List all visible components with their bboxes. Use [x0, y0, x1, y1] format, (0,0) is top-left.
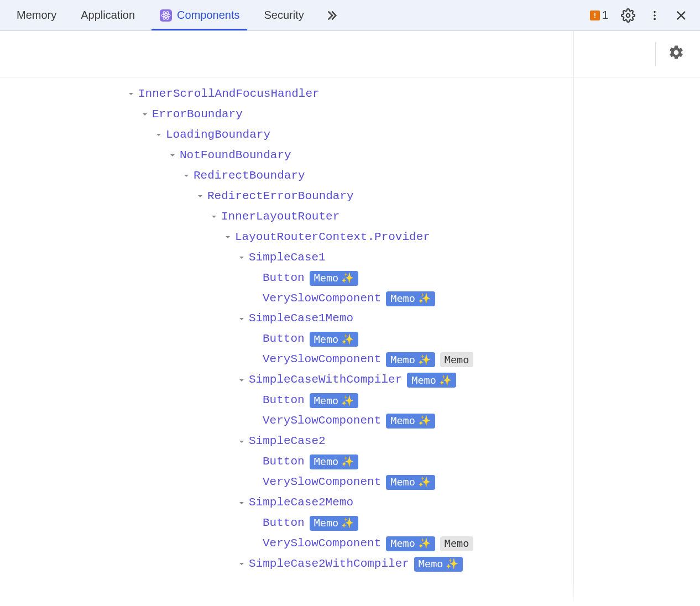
tab-memory[interactable]: Memory	[4, 0, 69, 30]
chevron-down-icon[interactable]	[237, 378, 247, 383]
close-devtools-button[interactable]	[670, 4, 692, 27]
memo-compiler-badge: Memo✨	[310, 271, 359, 286]
chevron-down-icon[interactable]	[223, 234, 233, 240]
chevron-down-icon[interactable]	[237, 316, 247, 322]
component-name: LoadingBoundary	[166, 125, 270, 145]
tree-node[interactable]: VerySlowComponentMemo✨	[0, 289, 700, 309]
tree-node[interactable]: RedirectErrorBoundary	[0, 186, 700, 207]
sparkle-icon: ✨	[341, 453, 354, 471]
chevron-down-icon[interactable]	[195, 194, 205, 199]
component-name: ErrorBoundary	[152, 105, 243, 125]
kebab-icon	[649, 9, 661, 22]
tree-node[interactable]: VerySlowComponentMemo✨Memo	[0, 534, 700, 554]
tree-node[interactable]: VerySlowComponentMemo✨Memo	[0, 349, 700, 370]
chevron-down-icon[interactable]	[168, 153, 177, 158]
component-tree[interactable]: InnerScrollAndFocusHandlerErrorBoundaryL…	[0, 77, 700, 574]
tree-node[interactable]: SimpleCase2WithCompilerMemo✨	[0, 554, 700, 574]
svg-point-6	[654, 11, 656, 13]
chevron-down-icon[interactable]	[237, 255, 247, 260]
tab-label: Application	[81, 9, 135, 22]
chevron-down-icon[interactable]	[237, 561, 247, 567]
tree-node[interactable]: ButtonMemo✨	[0, 452, 700, 472]
memo-badge: Memo	[440, 352, 474, 367]
gear-icon	[668, 44, 685, 61]
sparkle-icon: ✨	[341, 331, 354, 349]
tab-label: Memory	[17, 9, 56, 22]
tree-node[interactable]: NotFoundBoundary	[0, 145, 700, 166]
sparkle-icon: ✨	[418, 290, 431, 308]
component-name: RedirectErrorBoundary	[207, 186, 354, 207]
tab-security[interactable]: Security	[252, 0, 316, 30]
gear-icon	[621, 8, 635, 23]
sparkle-icon: ✨	[446, 555, 458, 573]
memo-compiler-badge: Memo✨	[310, 516, 359, 531]
chevron-down-icon[interactable]	[140, 112, 150, 117]
react-icon	[159, 9, 173, 22]
components-settings-button[interactable]	[668, 44, 685, 64]
component-name: NotFoundBoundary	[180, 145, 291, 166]
component-name: Button	[263, 452, 305, 472]
tree-node[interactable]: LoadingBoundary	[0, 125, 700, 145]
tree-node[interactable]: ErrorBoundary	[0, 105, 700, 125]
svg-point-7	[654, 14, 656, 17]
component-name: SimpleCase2WithCompiler	[249, 554, 409, 574]
tree-node[interactable]: ButtonMemo✨	[0, 513, 700, 534]
component-name: SimpleCase1	[249, 248, 326, 268]
tree-node[interactable]: SimpleCaseWithCompilerMemo✨	[0, 370, 700, 390]
tab-components[interactable]: Components	[147, 0, 252, 30]
component-name: SimpleCase2Memo	[249, 493, 353, 513]
tree-node[interactable]: SimpleCase1Memo	[0, 309, 700, 329]
tab-application[interactable]: Application	[69, 0, 147, 30]
memo-badge: Memo	[440, 536, 474, 551]
tree-node[interactable]: ButtonMemo✨	[0, 390, 700, 411]
sparkle-icon: ✨	[341, 392, 354, 410]
issues-warning-badge[interactable]: ! 1	[586, 9, 613, 22]
settings-button[interactable]	[617, 4, 639, 27]
chevron-down-icon[interactable]	[237, 500, 247, 506]
component-name: VerySlowComponent	[263, 289, 381, 309]
sparkle-icon: ✨	[418, 412, 431, 430]
chevron-down-icon[interactable]	[209, 214, 219, 220]
chevron-down-icon[interactable]	[237, 439, 247, 445]
panel-divider[interactable]	[573, 31, 574, 606]
component-name: Button	[263, 268, 305, 289]
component-name: VerySlowComponent	[263, 411, 381, 431]
tab-label: Security	[264, 9, 304, 22]
sparkle-icon: ✨	[439, 372, 452, 390]
more-options-button[interactable]	[644, 4, 666, 27]
sparkle-icon: ✨	[418, 535, 431, 553]
memo-compiler-badge: Memo✨	[386, 536, 435, 551]
chevron-down-icon[interactable]	[126, 91, 136, 97]
component-name: Button	[263, 329, 305, 349]
tree-node[interactable]: SimpleCase2Memo	[0, 493, 700, 513]
warning-count: 1	[602, 9, 608, 22]
memo-compiler-badge: Memo✨	[310, 454, 359, 469]
chevron-down-icon[interactable]	[181, 173, 191, 179]
tree-node[interactable]: SimpleCase2	[0, 431, 700, 452]
tree-node[interactable]: SimpleCase1	[0, 248, 700, 268]
component-name: InnerLayoutRouter	[221, 207, 339, 227]
tree-node[interactable]: InnerLayoutRouter	[0, 207, 700, 227]
svg-point-5	[626, 13, 630, 17]
tabs-overflow-button[interactable]	[316, 9, 348, 22]
chevron-down-icon[interactable]	[154, 132, 164, 138]
memo-compiler-badge: Memo✨	[310, 393, 359, 408]
tree-node[interactable]: LayoutRouterContext.Provider	[0, 227, 700, 248]
devtools-tab-bar: Memory Application Components Security	[0, 0, 700, 31]
tree-node[interactable]: VerySlowComponentMemo✨	[0, 472, 700, 493]
tree-node[interactable]: VerySlowComponentMemo✨	[0, 411, 700, 431]
tree-node[interactable]: InnerScrollAndFocusHandler	[0, 84, 700, 105]
tab-label: Components	[177, 9, 239, 22]
warning-icon: !	[590, 11, 600, 20]
memo-compiler-badge: Memo✨	[310, 332, 359, 347]
component-name: RedirectBoundary	[194, 166, 305, 186]
tree-node[interactable]: ButtonMemo✨	[0, 268, 700, 289]
sparkle-icon: ✨	[341, 514, 354, 532]
memo-compiler-badge: Memo✨	[414, 557, 463, 572]
tree-node[interactable]: ButtonMemo✨	[0, 329, 700, 349]
memo-compiler-badge: Memo✨	[407, 373, 456, 388]
svg-point-8	[654, 18, 656, 20]
component-name: Button	[263, 513, 305, 534]
component-name: InnerScrollAndFocusHandler	[138, 84, 320, 105]
tree-node[interactable]: RedirectBoundary	[0, 166, 700, 186]
